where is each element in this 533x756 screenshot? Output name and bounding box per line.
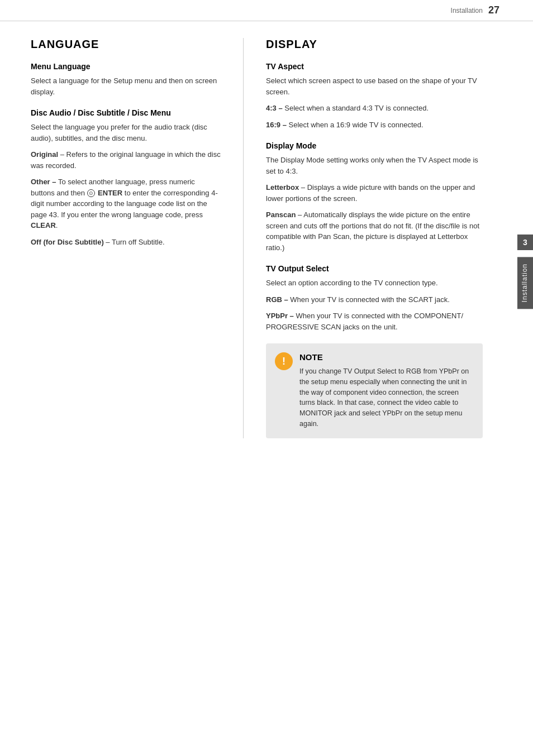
disc-audio-title: Disc Audio / Disc Subtitle / Disc Menu [31,108,221,117]
off-disc-subtitle-term: Off (for Disc Subtitle) [31,238,104,246]
panscan-text: Panscan – Automatically displays the wid… [266,209,483,253]
panscan-term: Panscan [266,210,296,219]
other-period: . [56,221,58,229]
tv-aspect-169: 16:9 – Select when a 16:9 wide TV is con… [266,119,483,131]
off-disc-subtitle-text: Off (for Disc Subtitle) – Turn off Subti… [31,237,221,248]
letterbox-term: Letterbox [266,183,299,192]
ypbpr-text: YPbPr – When your TV is connected with t… [266,310,483,332]
tv-aspect-43-body: Select when a standard 4:3 TV is connect… [283,104,429,112]
language-title: LANGUAGE [31,38,221,51]
side-tab-label: Installation [517,257,533,309]
tv-aspect-43: 4:3 – Select when a standard 4:3 TV is c… [266,103,483,114]
column-divider [243,38,244,438]
off-disc-subtitle-body: – Turn off Subtitle. [104,238,165,246]
note-icon: ! [275,352,293,370]
tv-aspect-169-body: Select when a 16:9 wide TV is connected. [287,121,423,129]
header-section-label: Installation [451,7,483,15]
display-mode-title: Display Mode [266,141,483,150]
note-body: If you change TV Output Select to RGB fr… [299,366,474,429]
menu-language-body: Select a language for the Setup menu and… [31,75,221,97]
other-term: Other – [31,178,56,186]
page-wrapper: Installation 27 3 Installation LANGUAGE … [0,0,533,756]
disc-audio-body: Select the language you prefer for the a… [31,122,221,143]
display-title: DISPLAY [266,38,483,51]
note-box: ! NOTE If you change TV Output Select to… [266,343,483,438]
rgb-text: RGB – When your TV is connected with the… [266,294,483,305]
ypbpr-term: YPbPr – [266,312,294,320]
note-content: NOTE If you change TV Output Select to R… [299,352,474,429]
language-section: LANGUAGE Menu Language Select a language… [31,38,221,438]
enter-label: ENTER [98,189,122,197]
tv-aspect-title: TV Aspect [266,62,483,71]
other-text: Other – To select another language, pres… [31,176,221,231]
panscan-body: – Automatically displays the wide pictur… [266,210,479,252]
display-section: DISPLAY TV Aspect Select which screen as… [266,38,499,438]
page-number: 27 [488,4,499,16]
page-header: Installation 27 [0,0,533,21]
letterbox-text: Letterbox – Displays a wide picture with… [266,182,483,204]
ypbpr-body: When your TV is connected with the COMPO… [266,312,463,331]
original-text: Original – Refers to the original langua… [31,149,221,171]
rgb-term: RGB – [266,295,288,304]
display-mode-intro: The Display Mode setting works only when… [266,155,483,176]
note-title: NOTE [299,352,474,362]
tv-aspect-43-term: 4:3 – [266,104,283,112]
rgb-body: When your TV is connected with the SCART… [288,295,450,304]
clear-label: CLEAR [31,221,56,229]
tv-output-intro: Select an option according to the TV con… [266,277,483,289]
enter-symbol-icon: ⊙ [87,189,95,197]
tv-output-title: TV Output Select [266,264,483,273]
tv-aspect-169-term: 16:9 – [266,121,287,129]
menu-language-title: Menu Language [31,62,221,71]
original-term: Original [31,150,58,159]
tv-aspect-intro: Select which screen aspect to use based … [266,75,483,97]
side-tab-number: 3 [517,235,533,250]
original-body: – Refers to the original language in whi… [31,150,221,170]
main-content: LANGUAGE Menu Language Select a language… [0,21,533,455]
